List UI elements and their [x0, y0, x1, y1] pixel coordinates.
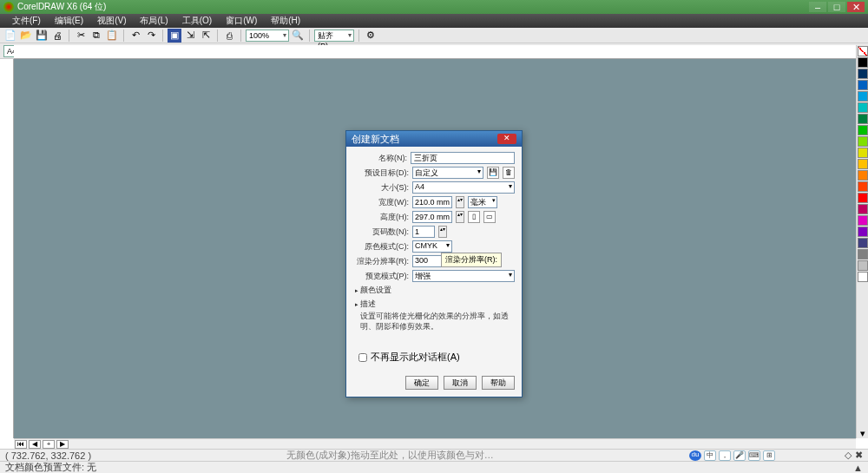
color-swatch[interactable]: [858, 238, 868, 248]
color-swatch[interactable]: [858, 80, 868, 90]
outline-indicator-icon[interactable]: ✖: [855, 450, 863, 461]
ime-cn-icon[interactable]: 中: [704, 450, 716, 461]
export-icon[interactable]: ⇱: [199, 29, 213, 43]
menu-bar: 文件(F) 编辑(E) 视图(V) 布局(L) 排列(A) 工具(O) 窗口(W…: [0, 14, 868, 28]
next-page-button[interactable]: ▶: [56, 440, 69, 449]
save-preset-icon[interactable]: 💾: [487, 167, 499, 179]
undo-icon[interactable]: ↶: [128, 29, 142, 43]
color-swatch[interactable]: [858, 69, 868, 79]
size-label: 大小(S):: [353, 182, 409, 194]
color-swatch[interactable]: [858, 125, 868, 135]
print-icon[interactable]: 🖨: [50, 29, 64, 43]
color-swatch[interactable]: [858, 102, 868, 113]
height-spinner[interactable]: ▴▾: [456, 211, 464, 223]
horizontal-ruler[interactable]: [14, 45, 856, 59]
ime-punct-icon[interactable]: ，: [719, 450, 731, 461]
ime-keyboard-icon[interactable]: ⌨: [748, 450, 760, 461]
pick-tool-icon[interactable]: ▣: [168, 29, 181, 43]
color-swatch[interactable]: [858, 193, 868, 203]
color-swatch[interactable]: [858, 204, 868, 214]
window-titlebar: CorelDRAW X6 (64 位) – □ ✕: [0, 0, 868, 14]
help-button[interactable]: 帮助: [482, 376, 515, 390]
ime-mic-icon[interactable]: 🎤: [733, 450, 746, 461]
minimize-button[interactable]: –: [809, 2, 826, 12]
color-settings-section[interactable]: 颜色设置: [355, 285, 515, 296]
cancel-button[interactable]: 取消: [444, 376, 477, 390]
color-swatch[interactable]: [858, 159, 868, 169]
color-swatch[interactable]: [858, 114, 868, 124]
doc-color-profile: 文档颜色预置文件: 无: [5, 461, 96, 473]
preview-combo[interactable]: 增强: [412, 270, 515, 282]
colormode-combo[interactable]: CMYK: [412, 240, 452, 253]
preset-combo[interactable]: 自定义: [412, 167, 483, 179]
new-doc-icon[interactable]: 📄: [3, 29, 17, 43]
width-input[interactable]: [412, 196, 452, 208]
color-swatch[interactable]: [858, 170, 868, 181]
add-page-button[interactable]: +: [43, 440, 55, 449]
close-window-button[interactable]: ✕: [847, 2, 865, 12]
import-icon[interactable]: ⇲: [183, 29, 197, 43]
status-bar-2: 文档颜色预置文件: 无 ▲: [0, 461, 868, 473]
dialog-close-button[interactable]: ✕: [497, 134, 516, 144]
landscape-orient-icon[interactable]: ▭: [483, 211, 496, 223]
menu-view[interactable]: 视图(V): [90, 15, 133, 27]
ime-grid-icon[interactable]: ⊞: [763, 450, 775, 461]
width-spinner[interactable]: ▴▾: [456, 196, 464, 208]
color-swatch[interactable]: [858, 227, 868, 237]
menu-edit[interactable]: 编辑(E): [48, 15, 90, 27]
vertical-ruler[interactable]: [0, 59, 14, 438]
color-swatch[interactable]: [858, 91, 868, 102]
color-swatch[interactable]: [858, 215, 868, 226]
height-input[interactable]: [412, 211, 452, 223]
ok-button[interactable]: 确定: [405, 376, 438, 390]
first-page-button[interactable]: ⏮: [15, 440, 27, 449]
menu-help[interactable]: 帮助(H): [264, 15, 307, 27]
name-input[interactable]: [411, 152, 515, 164]
noshow-checkbox[interactable]: [358, 353, 367, 362]
fill-indicator-icon[interactable]: ◇: [845, 450, 852, 461]
noshow-checkbox-row[interactable]: 不再显示此对话框(A): [358, 351, 515, 364]
height-label: 高度(H):: [353, 212, 409, 223]
description-section[interactable]: 描述: [355, 299, 515, 310]
no-fill-swatch[interactable]: [858, 46, 868, 56]
copy-icon[interactable]: ⧉: [89, 29, 103, 43]
redo-icon[interactable]: ↷: [144, 29, 158, 43]
palette-down-icon[interactable]: ▾: [858, 428, 868, 438]
snap-combo[interactable]: 贴齐(P): [314, 30, 354, 42]
separator: [358, 30, 359, 42]
color-swatch[interactable]: [858, 136, 868, 147]
menu-window[interactable]: 窗口(W): [219, 15, 264, 27]
publish-icon[interactable]: ⎙: [222, 29, 236, 43]
save-icon[interactable]: 💾: [35, 29, 49, 43]
color-swatch[interactable]: [858, 260, 868, 271]
status-hint: 无颜色(成对象)拖动至此处，以使用该颜色与对…: [91, 449, 689, 462]
menu-file[interactable]: 文件(F): [5, 15, 48, 27]
pages-input[interactable]: [412, 226, 435, 238]
app-logo-icon: [3, 2, 14, 12]
cut-icon[interactable]: ✂: [74, 29, 88, 43]
paste-icon[interactable]: 📋: [105, 29, 119, 43]
zoom-tool-icon[interactable]: 🔍: [291, 29, 305, 43]
status-tool-icon[interactable]: ▲: [853, 463, 863, 473]
color-swatch[interactable]: [858, 181, 868, 192]
menu-layout[interactable]: 布局(L): [133, 15, 174, 27]
prev-page-button[interactable]: ◀: [29, 440, 41, 449]
color-swatch[interactable]: [858, 57, 868, 68]
ime-du-icon[interactable]: du: [689, 450, 701, 461]
color-swatch[interactable]: [858, 148, 868, 158]
zoom-combo[interactable]: 100%: [246, 30, 289, 42]
cursor-coordinates: ( 732.762, 332.762 ): [5, 450, 91, 461]
maximize-button[interactable]: □: [828, 2, 845, 12]
width-unit-combo[interactable]: 毫米: [468, 196, 497, 208]
pages-spinner[interactable]: ▴▾: [438, 226, 447, 238]
portrait-orient-icon[interactable]: ▯: [468, 211, 480, 223]
ime-toolbar: du 中 ， 🎤 ⌨ ⊞: [689, 450, 775, 461]
dialog-titlebar[interactable]: 创建新文档 ✕: [346, 131, 522, 147]
color-swatch[interactable]: [858, 249, 868, 259]
menu-tools[interactable]: 工具(O): [175, 15, 219, 27]
color-swatch[interactable]: [858, 272, 868, 282]
size-combo[interactable]: A4: [412, 181, 515, 194]
options-icon[interactable]: ⚙: [364, 29, 378, 43]
open-icon[interactable]: 📂: [19, 29, 33, 43]
delete-preset-icon[interactable]: 🗑: [503, 167, 515, 179]
